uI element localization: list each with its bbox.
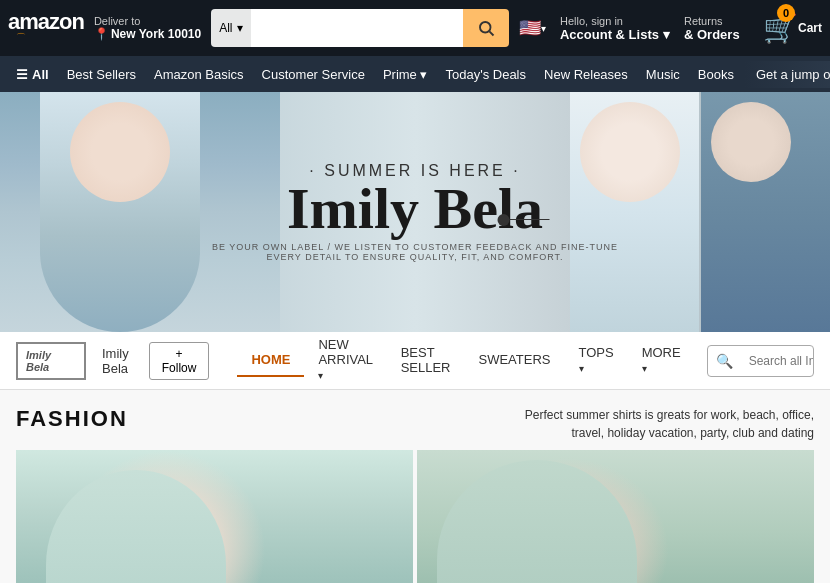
gift-promo-banner: Get a jump on joy, shop gifts now	[744, 61, 830, 88]
us-flag-icon: 🇺🇸	[519, 17, 541, 39]
bullet-decoration	[498, 214, 510, 226]
svg-line-1	[489, 31, 493, 35]
brand-search-icon: 🔍	[708, 353, 741, 369]
search-bar: All ▾	[211, 9, 509, 47]
search-input[interactable]	[251, 9, 463, 47]
fashion-images: Summmer V Neck Tops for Women buyerhiu.c…	[16, 450, 814, 583]
flag-selector[interactable]: 🇺🇸 ▾	[519, 17, 546, 39]
nav-new-releases[interactable]: New Releases	[536, 61, 636, 88]
brand-name-label: Imily Bela	[102, 346, 133, 376]
account-section[interactable]: Hello, sign in Account & Lists ▾	[560, 15, 670, 42]
hero-tagline: BE YOUR OWN LABEL / WE LISTEN TO CUSTOME…	[208, 242, 623, 262]
cart-count: 0	[777, 4, 795, 22]
hero-banner: · SUMMER IS HERE · Imily Bela BE YOUR OW…	[0, 92, 830, 332]
returns-label: Returns	[684, 15, 749, 27]
brand-store-bar: Imily Bela Imily Bela + Follow HOME NEW …	[0, 332, 830, 390]
nav-prime[interactable]: Prime ▾	[375, 61, 436, 88]
search-button[interactable]	[463, 9, 509, 47]
brand-nav-sweaters[interactable]: SWEATERS	[465, 344, 565, 377]
account-label: Account & Lists ▾	[560, 27, 670, 42]
search-icon	[477, 19, 495, 37]
account-greeting: Hello, sign in	[560, 15, 670, 27]
brand-navigation: HOME NEW ARRIVAL BEST SELLER SWEATERS TO…	[237, 329, 694, 392]
search-category-select[interactable]: All ▾	[211, 9, 250, 47]
account-chevron-icon: ▾	[663, 27, 670, 42]
svg-point-0	[480, 22, 491, 33]
amazon-smile: ⌒	[8, 31, 26, 45]
hero-brand-name: Imily Bela	[208, 180, 623, 238]
nav-all-menu[interactable]: ☰ All	[8, 61, 57, 88]
brand-nav-home[interactable]: HOME	[237, 344, 304, 377]
fashion-image-left[interactable]: Summmer V Neck Tops for Women	[16, 450, 413, 583]
fashion-header: FASHION Perfect summer shirts is greats …	[16, 406, 814, 442]
fashion-summer-text: Summmer	[16, 576, 413, 583]
hamburger-icon: ☰	[16, 67, 28, 82]
secondary-navigation: ☰ All Best Sellers Amazon Basics Custome…	[0, 56, 830, 92]
brand-search-bar: 🔍	[707, 345, 814, 377]
brand-search-input[interactable]	[741, 354, 814, 368]
amazon-logo-text: amazon	[8, 11, 84, 33]
brand-nav-best-seller[interactable]: BEST SELLER	[387, 337, 465, 385]
brand-nav-tops[interactable]: TOPS	[565, 337, 628, 385]
flag-chevron-icon: ▾	[541, 23, 546, 34]
nav-todays-deals[interactable]: Today's Deals	[437, 61, 534, 88]
deliver-to[interactable]: Deliver to 📍 New York 10010	[94, 15, 201, 41]
deliver-city: 📍 New York 10010	[94, 27, 201, 41]
brand-logo: Imily Bela	[16, 342, 86, 380]
fashion-overlay: Summmer V Neck Tops for Women	[16, 576, 413, 583]
hero-right-model-right	[701, 92, 830, 332]
cart-section[interactable]: 0 🛒 Cart	[763, 12, 822, 45]
nav-music[interactable]: Music	[638, 61, 688, 88]
fashion-image-right[interactable]: buyerhiu.com	[417, 450, 814, 583]
location-icon: 📍	[94, 27, 109, 41]
amazon-logo[interactable]: amazon ⌒	[8, 11, 84, 45]
line-decoration	[510, 219, 550, 220]
brand-nav-more[interactable]: MORE	[628, 337, 695, 385]
cart-label: Cart	[798, 21, 822, 35]
fashion-description: Perfect summer shirts is greats for work…	[514, 406, 814, 442]
fashion-title: FASHION	[16, 406, 128, 432]
prime-chevron-icon: ▾	[420, 67, 427, 82]
nav-customer-service[interactable]: Customer Service	[254, 61, 373, 88]
returns-sublabel: & Orders	[684, 27, 749, 42]
nav-best-sellers[interactable]: Best Sellers	[59, 61, 144, 88]
follow-button[interactable]: + Follow	[149, 342, 210, 380]
nav-amazon-basics[interactable]: Amazon Basics	[146, 61, 252, 88]
returns-section[interactable]: Returns & Orders	[684, 15, 749, 42]
brand-nav-new-arrival[interactable]: NEW ARRIVAL	[304, 329, 386, 392]
nav-books[interactable]: Books	[690, 61, 742, 88]
deliver-label: Deliver to	[94, 15, 201, 27]
hero-center-content: · SUMMER IS HERE · Imily Bela BE YOUR OW…	[208, 162, 623, 262]
chevron-down-icon: ▾	[237, 21, 243, 35]
fashion-section: FASHION Perfect summer shirts is greats …	[0, 390, 830, 583]
top-navigation: amazon ⌒ Deliver to 📍 New York 10010 All…	[0, 0, 830, 56]
